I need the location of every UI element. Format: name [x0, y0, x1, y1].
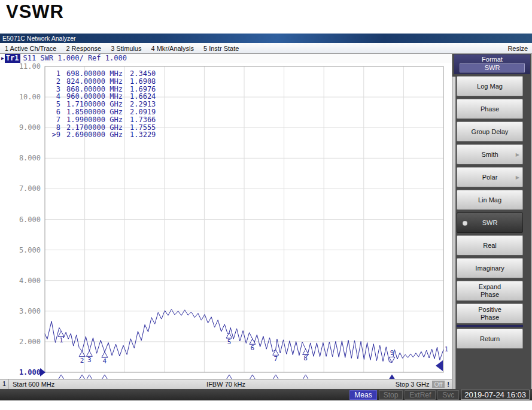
softkey-label: Group Delay — [472, 128, 509, 136]
menu-items: 1 Active Ch/Trace2 Response3 Stimulus4 M… — [0, 44, 244, 53]
softkey-sidebar: Format SWR Log MagPhaseGroup DelaySmith▶… — [452, 54, 531, 389]
status-svc: Svc — [437, 390, 459, 400]
status-stop: Stop — [379, 390, 403, 400]
trace-marker-icon[interactable] — [79, 351, 85, 357]
main-content: ▶ Tr1 S11 SWR 1.000/ Ref 1.000 11.0010.0… — [0, 54, 532, 389]
page-title: VSWR — [6, 1, 64, 23]
datetime-display: 2019-07-24 16:03 — [461, 390, 530, 400]
active-trace-marker-number: 9 — [390, 349, 394, 357]
menu-bar: 1 Active Ch/Trace2 Response3 Stimulus4 M… — [0, 43, 532, 54]
window-titlebar: E5071C Network Analyzer — [0, 34, 532, 43]
y-axis-tick-label: 10.00 — [19, 93, 41, 101]
trace-marker-number: 4 — [103, 357, 107, 365]
trace-format-text: S11 SWR 1.000/ Ref 1.000 — [23, 54, 127, 63]
y-axis-tick-label: 5.000 — [19, 246, 41, 254]
softkey-label: Lin Mag — [478, 196, 501, 204]
trace-marker-icon[interactable] — [303, 349, 309, 354]
softkey-scrollbar[interactable] — [452, 77, 456, 389]
format-current-value: SWR — [460, 63, 525, 72]
marker-table-number: >9 — [52, 130, 60, 139]
trace-marker-number: 3 — [87, 356, 92, 364]
marker-table-value: 1.3229 — [130, 130, 156, 139]
trace-marker-number: 8 — [303, 354, 308, 362]
format-menu-header: Format SWR — [454, 54, 530, 74]
trace-marker-number: 1 — [59, 336, 63, 344]
softkey-imaginary[interactable]: Imaginary — [457, 258, 523, 278]
softkey-real[interactable]: Real — [457, 235, 523, 256]
trace-badge[interactable]: Tr1 — [5, 54, 20, 63]
softkey-swr[interactable]: SWR — [457, 212, 523, 233]
y-axis-tick-label: 7.000 — [19, 184, 41, 193]
trace-marker-icon[interactable] — [226, 333, 232, 338]
trace-marker-icon[interactable] — [58, 331, 64, 336]
analyzer-window: E5071C Network Analyzer 1 Active Ch/Trac… — [0, 34, 532, 400]
ifbw-label: IFBW 70 kHz — [0, 381, 452, 388]
format-header-label: Format — [454, 55, 530, 63]
softkey-lin-mag[interactable]: Lin Mag — [457, 190, 523, 210]
off-badge: Off — [432, 381, 445, 388]
submenu-arrow-icon: ▶ — [516, 174, 519, 181]
softkey-smith[interactable]: Smith▶ — [457, 144, 523, 165]
y-axis-tick-label: 1.000 — [19, 368, 41, 376]
status-extref: ExtRef — [405, 390, 436, 400]
trace-marker-icon[interactable] — [273, 350, 279, 355]
trace-marker-number: 6 — [251, 344, 255, 352]
trace-number-label: 1 — [445, 346, 448, 353]
menu-item-1[interactable]: 1 Active Ch/Trace — [0, 45, 61, 52]
softkey-label: Log Mag — [477, 83, 503, 90]
softkey-positive-phase[interactable]: PositivePhase — [457, 303, 523, 324]
softkey-divider — [457, 325, 523, 327]
softkey-phase[interactable]: Phase — [457, 99, 523, 119]
trace-info-bar: ▶ Tr1 S11 SWR 1.000/ Ref 1.000 — [0, 54, 452, 63]
menu-item-3[interactable]: 3 Stimulus — [106, 45, 146, 52]
stimulus-bar: 1 IFBW 70 kHz Start 600 MHz Stop 3 GHz O… — [0, 379, 452, 389]
warning-indicator: ! — [447, 381, 449, 388]
sweep-position-triangle-icon — [436, 360, 443, 371]
softkey-return[interactable]: Return — [457, 329, 523, 349]
y-axis-tick-label: 11.00 — [19, 63, 41, 71]
y-axis-tick-label: 6.000 — [19, 215, 41, 224]
submenu-arrow-icon: ▶ — [516, 151, 519, 159]
softkey-label: ExpandPhase — [479, 283, 501, 299]
softkey-label: Polar — [482, 174, 498, 181]
y-axis-tick-label: 3.000 — [19, 307, 41, 315]
softkey-log-mag[interactable]: Log Mag — [457, 76, 523, 96]
marker-table-frequency: 2.6900000 GHz — [66, 130, 123, 139]
chart-area: 11.0010.009.0008.0007.0006.0005.0004.000… — [0, 63, 452, 379]
trace-marker-number: 7 — [273, 355, 278, 363]
y-axis-tick-label: 2.000 — [19, 338, 41, 346]
y-axis-tick-label: 8.000 — [19, 154, 41, 162]
menu-item-resize[interactable]: Resize — [503, 44, 532, 53]
trace-marker-number: 5 — [227, 338, 232, 346]
window-title: E5071C Network Analyzer — [2, 35, 76, 42]
softkey-expand-phase[interactable]: ExpandPhase — [457, 281, 523, 301]
instrument-status-bar: MeasStopExtRefSvc 2019-07-24 16:03 — [0, 389, 532, 400]
softkey-polar[interactable]: Polar▶ — [457, 167, 523, 187]
trace-marker-icon[interactable] — [102, 352, 108, 357]
status-meas: Meas — [349, 390, 376, 400]
softkey-label: PositivePhase — [478, 306, 501, 321]
softkey-group-delay[interactable]: Group Delay — [457, 122, 523, 142]
softkey-buttons: Log MagPhaseGroup DelaySmith▶Polar▶Lin M… — [457, 76, 523, 351]
softkey-label: Phase — [481, 105, 499, 113]
active-trace-arrow-icon: ▶ — [1, 54, 4, 63]
menu-item-5[interactable]: 5 Instr State — [199, 45, 244, 52]
y-axis-tick-label: 9.000 — [19, 123, 41, 132]
softkey-label: Smith — [481, 151, 498, 159]
menu-item-2[interactable]: 2 Response — [61, 45, 106, 52]
menu-item-4[interactable]: 4 Mkr/Analysis — [146, 45, 199, 52]
trace-marker-number: 2 — [80, 357, 84, 365]
trace-marker-icon[interactable] — [86, 351, 92, 356]
softkey-label: SWR — [482, 219, 498, 227]
active-trace-marker-icon[interactable] — [389, 357, 395, 362]
stop-frequency-label: Stop 3 GHz — [396, 381, 430, 388]
status-items: MeasStopExtRefSvc — [349, 390, 459, 400]
vswr-chart[interactable]: 11.0010.009.0008.0007.0006.0005.0004.000… — [0, 63, 452, 379]
softkey-label: Return — [480, 335, 500, 343]
softkey-label: Imaginary — [475, 265, 504, 272]
softkey-label: Real — [483, 242, 497, 250]
measurement-panel: ▶ Tr1 S11 SWR 1.000/ Ref 1.000 11.0010.0… — [0, 54, 452, 389]
selected-radio-icon — [463, 221, 467, 226]
y-axis-tick-label: 4.000 — [19, 277, 41, 285]
